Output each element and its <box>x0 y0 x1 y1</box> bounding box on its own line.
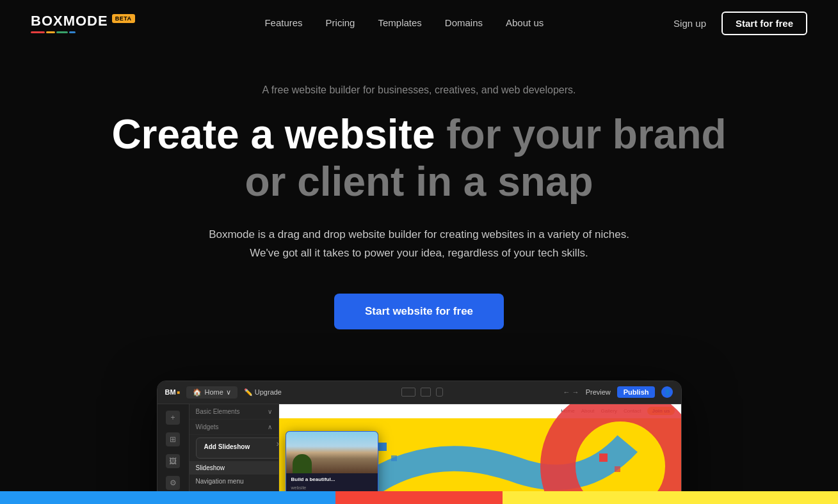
red-square-1 <box>599 453 608 462</box>
color-bar-yellow-1 <box>503 491 670 504</box>
beta-badge: BETA <box>112 14 135 23</box>
nav-links: Features Pricing Templates Domains About… <box>264 17 544 29</box>
nav-features[interactable]: Features <box>264 17 302 28</box>
card-title: Build a beautiful... <box>286 473 378 485</box>
hero-desc-line2: We've got all it takes to power your ide… <box>250 247 588 259</box>
mockup-topbar: BM ■ 🏠 Home ∨ ✏️ Upgrade ← → <box>157 381 681 404</box>
panel-item-nav[interactable]: Navigation menu <box>189 475 278 488</box>
logo-bar-blue <box>69 31 76 33</box>
sidebar-icons: + ⊞ 🖼 ⚙ <box>157 404 189 504</box>
red-square-2 <box>615 466 620 472</box>
topbar-center <box>401 388 443 397</box>
preview-button[interactable]: Preview <box>586 388 611 396</box>
logo-bar-green <box>56 31 68 33</box>
add-slideshow-popup: Add Slideshow ✕ <box>196 437 279 459</box>
hero-title-white: Create a website <box>111 111 446 157</box>
mockup-container: BM ■ 🏠 Home ∨ ✏️ Upgrade ← → <box>0 381 838 504</box>
bottom-color-bars <box>0 491 838 504</box>
publish-button[interactable]: Publish <box>617 386 656 398</box>
desktop-icon[interactable] <box>401 388 415 397</box>
sidebar-panel: Basic Elements ∨ Widgets ∧ Add Slideshow… <box>189 404 279 504</box>
tablet-icon[interactable] <box>421 388 431 397</box>
canvas-area: Home About Gallery Contact Join us <box>279 404 681 504</box>
image-icon[interactable]: 🖼 <box>166 454 180 468</box>
hero-description: Boxmode is a drag and drop website build… <box>195 226 643 263</box>
nav-domains[interactable]: Domains <box>445 17 483 28</box>
popup-title: Add Slideshow <box>204 443 277 450</box>
add-icon[interactable]: + <box>166 411 180 425</box>
logo-text: BOXMODE <box>31 13 108 29</box>
floating-card: Build a beautiful... website <box>286 431 378 498</box>
color-bar-red <box>335 491 503 504</box>
nav-templates[interactable]: Templates <box>378 17 421 28</box>
hero-section: A free website builder for businesses, c… <box>0 46 838 355</box>
blue-square-2 <box>391 455 397 461</box>
mockup-body: + ⊞ 🖼 ⚙ Basic Elements ∨ Widgets ∧ Add S… <box>157 404 681 504</box>
nav-right: Sign up Start for free <box>673 12 807 35</box>
bm-logo: BM ■ <box>165 388 181 396</box>
logo-bar-red <box>31 31 45 33</box>
red-arc-decoration <box>540 404 681 504</box>
blue-square-1 <box>378 443 387 451</box>
color-bar-blue-2 <box>168 491 335 504</box>
basic-elements-header: Basic Elements ∨ <box>189 404 278 420</box>
upgrade-button[interactable]: ✏️ Upgrade <box>244 388 282 397</box>
widgets-header: Widgets ∧ <box>189 420 278 435</box>
nav-about[interactable]: About us <box>506 17 544 28</box>
layers-icon[interactable]: ⊞ <box>166 432 180 446</box>
nav-pricing[interactable]: Pricing <box>326 17 355 28</box>
hero-subtitle: A free website builder for businesses, c… <box>31 84 807 96</box>
color-bar-yellow-2 <box>670 491 838 504</box>
card-subtitle: website <box>286 485 378 490</box>
signup-link[interactable]: Sign up <box>673 18 706 29</box>
panel-item-slideshow[interactable]: Slideshow <box>189 461 278 475</box>
website-preview: Home About Gallery Contact Join us <box>279 404 681 504</box>
logo-area: BOXMODE BETA <box>31 13 135 33</box>
mobile-icon[interactable] <box>436 388 443 397</box>
nav-start-button[interactable]: Start for free <box>721 12 807 35</box>
mockup-frame: BM ■ 🏠 Home ∨ ✏️ Upgrade ← → <box>157 381 682 504</box>
topbar-left: BM ■ 🏠 Home ∨ ✏️ Upgrade <box>165 386 282 398</box>
tree-shape <box>293 454 312 473</box>
navbar: BOXMODE BETA Features Pricing Templates … <box>0 0 838 46</box>
hero-desc-line1: Boxmode is a drag and drop website build… <box>209 228 629 240</box>
settings-icon[interactable]: ⚙ <box>166 476 180 490</box>
home-button[interactable]: 🏠 Home ∨ <box>186 386 237 398</box>
card-image <box>286 432 378 473</box>
topbar-right: ← → Preview Publish 👤 <box>563 386 673 398</box>
color-bar-blue-1 <box>0 491 168 504</box>
logo-bar-orange <box>46 31 55 33</box>
hero-title: Create a website for your brandor client… <box>31 111 807 205</box>
cta-button[interactable]: Start website for free <box>334 294 504 329</box>
user-avatar[interactable]: 👤 <box>661 386 673 398</box>
logo-bars <box>31 31 135 33</box>
